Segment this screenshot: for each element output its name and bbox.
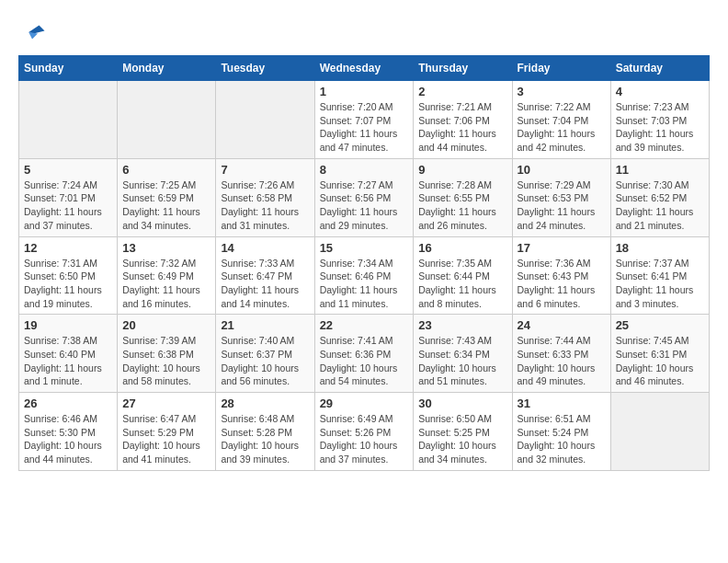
day-number: 15 [320,241,409,255]
day-info: Sunrise: 7:22 AMSunset: 7:04 PMDaylight:… [518,100,606,155]
day-number: 4 [616,85,704,98]
day-number: 22 [320,318,409,332]
day-number: 28 [221,396,309,410]
calendar-cell: 4Sunrise: 7:23 AMSunset: 7:03 PMDaylight… [610,81,709,159]
day-info: Sunrise: 7:23 AMSunset: 7:03 PMDaylight:… [616,100,704,155]
weekday-header: Wednesday [314,56,414,81]
calendar-cell [118,81,216,159]
calendar-cell: 2Sunrise: 7:21 AMSunset: 7:06 PMDaylight… [414,81,512,159]
day-info: Sunrise: 7:36 AMSunset: 6:43 PMDaylight:… [518,257,606,311]
calendar-cell [216,81,314,159]
day-info: Sunrise: 7:34 AMSunset: 6:46 PMDaylight:… [320,257,409,311]
day-info: Sunrise: 7:33 AMSunset: 6:47 PMDaylight:… [221,257,309,311]
day-number: 5 [24,163,112,177]
day-info: Sunrise: 7:39 AMSunset: 6:38 PMDaylight:… [122,334,210,388]
day-info: Sunrise: 6:51 AMSunset: 5:24 PMDaylight:… [518,412,606,466]
day-info: Sunrise: 7:35 AMSunset: 6:44 PMDaylight:… [418,257,506,311]
day-info: Sunrise: 7:29 AMSunset: 6:53 PMDaylight:… [518,178,606,233]
calendar-cell: 16Sunrise: 7:35 AMSunset: 6:44 PMDayligh… [414,236,512,315]
day-info: Sunrise: 7:37 AMSunset: 6:41 PMDaylight:… [616,257,704,311]
calendar-cell: 26Sunrise: 6:46 AMSunset: 5:30 PMDayligh… [19,393,118,471]
day-number: 6 [122,163,210,177]
calendar-cell [610,393,709,471]
day-info: Sunrise: 7:45 AMSunset: 6:31 PMDaylight:… [616,334,704,388]
day-number: 21 [221,318,309,332]
weekday-header: Thursday [414,56,512,81]
day-number: 18 [616,241,704,255]
day-info: Sunrise: 7:30 AMSunset: 6:52 PMDaylight:… [616,178,704,233]
calendar-cell: 27Sunrise: 6:47 AMSunset: 5:29 PMDayligh… [118,393,216,471]
calendar-cell: 17Sunrise: 7:36 AMSunset: 6:43 PMDayligh… [512,236,610,315]
day-info: Sunrise: 6:48 AMSunset: 5:28 PMDaylight:… [221,412,309,466]
day-number: 26 [24,396,112,410]
day-number: 24 [518,318,606,332]
page-header [18,18,710,46]
day-info: Sunrise: 7:26 AMSunset: 6:58 PMDaylight:… [221,178,309,233]
day-number: 23 [418,318,506,332]
calendar-week-row: 12Sunrise: 7:31 AMSunset: 6:50 PMDayligh… [19,236,710,315]
calendar-week-row: 5Sunrise: 7:24 AMSunset: 7:01 PMDaylight… [19,158,710,236]
calendar-cell: 15Sunrise: 7:34 AMSunset: 6:46 PMDayligh… [314,236,414,315]
calendar-cell: 30Sunrise: 6:50 AMSunset: 5:25 PMDayligh… [414,393,512,471]
day-info: Sunrise: 7:38 AMSunset: 6:40 PMDaylight:… [24,334,112,388]
calendar-cell: 6Sunrise: 7:25 AMSunset: 6:59 PMDaylight… [118,158,216,236]
calendar-cell: 13Sunrise: 7:32 AMSunset: 6:49 PMDayligh… [118,236,216,315]
day-number: 19 [24,318,112,332]
day-number: 20 [122,318,210,332]
day-number: 25 [616,318,704,332]
day-number: 9 [418,163,506,177]
calendar-cell: 24Sunrise: 7:44 AMSunset: 6:33 PMDayligh… [512,315,610,393]
calendar-week-row: 26Sunrise: 6:46 AMSunset: 5:30 PMDayligh… [19,393,710,471]
day-info: Sunrise: 7:24 AMSunset: 7:01 PMDaylight:… [24,178,112,233]
weekday-header: Monday [118,56,216,81]
weekday-header: Sunday [19,56,118,81]
day-number: 13 [122,241,210,255]
day-info: Sunrise: 7:27 AMSunset: 6:56 PMDaylight:… [320,178,409,233]
calendar-cell [19,81,118,159]
day-info: Sunrise: 7:40 AMSunset: 6:37 PMDaylight:… [221,334,309,388]
day-number: 12 [24,241,112,255]
calendar-cell: 29Sunrise: 6:49 AMSunset: 5:26 PMDayligh… [314,393,414,471]
calendar-cell: 23Sunrise: 7:43 AMSunset: 6:34 PMDayligh… [414,315,512,393]
svg-marker-1 [28,32,38,40]
day-info: Sunrise: 7:20 AMSunset: 7:07 PMDaylight:… [320,100,409,155]
weekday-header: Saturday [610,56,709,81]
day-number: 16 [418,241,506,255]
day-number: 31 [518,396,606,410]
day-info: Sunrise: 7:31 AMSunset: 6:50 PMDaylight:… [24,257,112,311]
day-info: Sunrise: 6:49 AMSunset: 5:26 PMDaylight:… [320,412,409,466]
day-info: Sunrise: 7:32 AMSunset: 6:49 PMDaylight:… [122,257,210,311]
logo-icon [18,18,46,46]
day-info: Sunrise: 7:28 AMSunset: 6:55 PMDaylight:… [418,178,506,233]
calendar-week-row: 1Sunrise: 7:20 AMSunset: 7:07 PMDaylight… [19,81,710,159]
calendar-cell: 3Sunrise: 7:22 AMSunset: 7:04 PMDaylight… [512,81,610,159]
calendar-cell: 12Sunrise: 7:31 AMSunset: 6:50 PMDayligh… [19,236,118,315]
calendar-week-row: 19Sunrise: 7:38 AMSunset: 6:40 PMDayligh… [19,315,710,393]
calendar-cell: 20Sunrise: 7:39 AMSunset: 6:38 PMDayligh… [118,315,216,393]
calendar-cell: 14Sunrise: 7:33 AMSunset: 6:47 PMDayligh… [216,236,314,315]
day-number: 7 [221,163,309,177]
day-number: 17 [518,241,606,255]
calendar-cell: 9Sunrise: 7:28 AMSunset: 6:55 PMDaylight… [414,158,512,236]
calendar-cell: 28Sunrise: 6:48 AMSunset: 5:28 PMDayligh… [216,393,314,471]
day-info: Sunrise: 7:43 AMSunset: 6:34 PMDaylight:… [418,334,506,388]
day-number: 30 [418,396,506,410]
calendar-cell: 7Sunrise: 7:26 AMSunset: 6:58 PMDaylight… [216,158,314,236]
day-number: 27 [122,396,210,410]
day-info: Sunrise: 6:50 AMSunset: 5:25 PMDaylight:… [418,412,506,466]
day-number: 8 [320,163,409,177]
calendar-cell: 18Sunrise: 7:37 AMSunset: 6:41 PMDayligh… [610,236,709,315]
calendar-cell: 21Sunrise: 7:40 AMSunset: 6:37 PMDayligh… [216,315,314,393]
day-info: Sunrise: 7:25 AMSunset: 6:59 PMDaylight:… [122,178,210,233]
day-info: Sunrise: 6:47 AMSunset: 5:29 PMDaylight:… [122,412,210,466]
calendar-cell: 5Sunrise: 7:24 AMSunset: 7:01 PMDaylight… [19,158,118,236]
day-number: 11 [616,163,704,177]
calendar-cell: 31Sunrise: 6:51 AMSunset: 5:24 PMDayligh… [512,393,610,471]
calendar-cell: 19Sunrise: 7:38 AMSunset: 6:40 PMDayligh… [19,315,118,393]
calendar-cell: 25Sunrise: 7:45 AMSunset: 6:31 PMDayligh… [610,315,709,393]
day-number: 2 [418,85,506,98]
weekday-header: Friday [512,56,610,81]
svg-marker-0 [28,26,44,34]
weekday-header: Tuesday [216,56,314,81]
day-number: 29 [320,396,409,410]
